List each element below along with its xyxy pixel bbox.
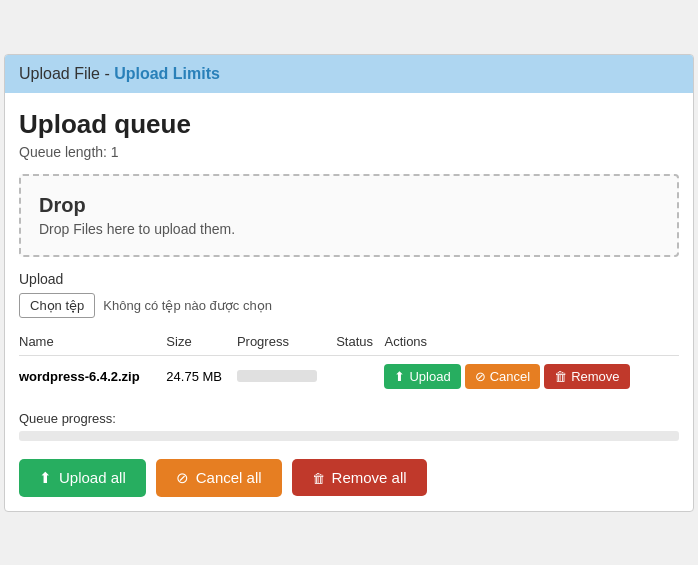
- file-status: [336, 355, 384, 397]
- upload-all-button[interactable]: Upload all: [19, 459, 146, 497]
- page-header: Upload File - Upload Limits: [5, 55, 693, 93]
- col-header-name: Name: [19, 328, 166, 356]
- drop-title: Drop: [39, 194, 659, 217]
- remove-all-button[interactable]: Remove all: [292, 459, 427, 496]
- cancel-all-label: Cancel all: [196, 469, 262, 486]
- remove-button[interactable]: Remove: [544, 364, 629, 389]
- upload-all-icon: [39, 469, 52, 487]
- drop-subtitle: Drop Files here to upload them.: [39, 221, 659, 237]
- queue-progress-bar: [19, 431, 679, 441]
- table-row: wordpress-6.4.2.zip24.75 MB Upload Cance…: [19, 355, 679, 397]
- remove-all-icon: [312, 469, 325, 486]
- page-content: Upload queue Queue length: 1 Drop Drop F…: [5, 93, 693, 511]
- upload-all-label: Upload all: [59, 469, 126, 486]
- cancel-all-icon: [176, 469, 189, 487]
- col-header-size: Size: [166, 328, 237, 356]
- remove-all-label: Remove all: [332, 469, 407, 486]
- file-name: wordpress-6.4.2.zip: [19, 355, 166, 397]
- file-progress: [237, 355, 336, 397]
- choose-file-button[interactable]: Chọn tệp: [19, 293, 95, 318]
- col-header-progress: Progress: [237, 328, 336, 356]
- file-input-row: Chọn tệp Không có tệp nào được chọn: [19, 293, 679, 318]
- header-title: Upload File -: [19, 65, 114, 82]
- upload-label: Upload: [19, 271, 679, 287]
- file-actions: Upload Cancel Remove: [384, 355, 679, 397]
- bottom-actions: Upload all Cancel all Remove all: [19, 455, 679, 497]
- no-file-selected-text: Không có tệp nào được chọn: [103, 298, 272, 313]
- queue-progress-section: Queue progress:: [19, 411, 679, 441]
- col-header-actions: Actions: [384, 328, 679, 356]
- upload-icon: [394, 369, 405, 384]
- main-window: Upload File - Upload Limits Upload queue…: [4, 54, 694, 512]
- queue-length: Queue length: 1: [19, 144, 679, 160]
- upload-button[interactable]: Upload: [384, 364, 460, 389]
- queue-progress-label: Queue progress:: [19, 411, 679, 426]
- cancel-all-button[interactable]: Cancel all: [156, 459, 282, 497]
- progress-bar-container: [237, 370, 317, 382]
- files-table: Name Size Progress Status Actions wordpr…: [19, 328, 679, 397]
- col-header-status: Status: [336, 328, 384, 356]
- cancel-button[interactable]: Cancel: [465, 364, 540, 389]
- remove-icon: [554, 369, 567, 384]
- page-title: Upload queue: [19, 109, 679, 140]
- cancel-icon: [475, 369, 486, 384]
- upload-section: Upload Chọn tệp Không có tệp nào được ch…: [19, 271, 679, 318]
- upload-limits-link[interactable]: Upload Limits: [114, 65, 220, 82]
- file-size: 24.75 MB: [166, 355, 237, 397]
- drop-zone[interactable]: Drop Drop Files here to upload them.: [19, 174, 679, 257]
